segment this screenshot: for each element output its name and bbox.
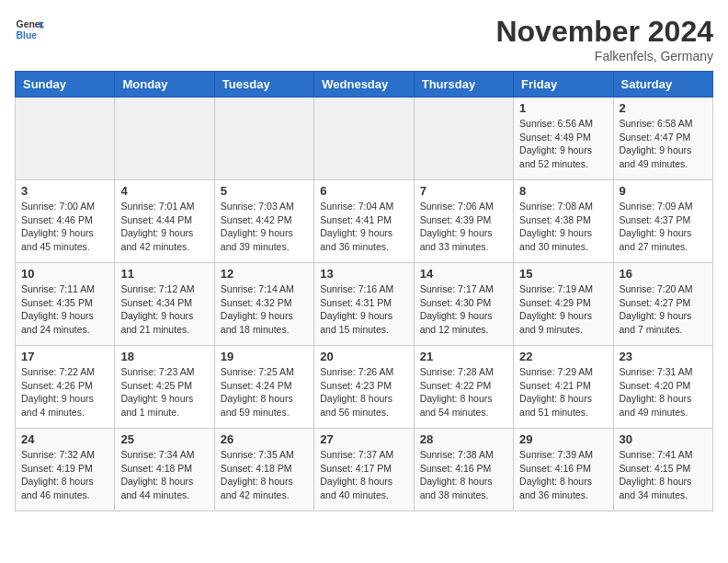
logo-icon: General Blue	[15, 15, 44, 44]
day-cell: 26Sunrise: 7:35 AM Sunset: 4:18 PM Dayli…	[214, 429, 313, 511]
day-number: 4	[120, 184, 208, 198]
day-cell	[214, 98, 313, 180]
day-number: 20	[320, 350, 407, 363]
day-cell: 19Sunrise: 7:25 AM Sunset: 4:24 PM Dayli…	[214, 346, 313, 429]
day-info: Sunrise: 7:31 AM Sunset: 4:20 PM Dayligh…	[620, 365, 707, 419]
title-area: November 2024 Falkenfels, Germany	[495, 15, 713, 63]
day-info: Sunrise: 7:04 AM Sunset: 4:41 PM Dayligh…	[320, 200, 407, 254]
day-info: Sunrise: 7:03 AM Sunset: 4:42 PM Dayligh…	[221, 200, 308, 254]
day-number: 27	[320, 432, 407, 446]
day-cell	[414, 98, 513, 180]
day-number: 19	[221, 350, 308, 363]
day-cell: 11Sunrise: 7:12 AM Sunset: 4:34 PM Dayli…	[115, 263, 214, 346]
day-info: Sunrise: 7:37 AM Sunset: 4:17 PM Dayligh…	[320, 448, 407, 502]
day-cell: 18Sunrise: 7:23 AM Sunset: 4:25 PM Dayli…	[115, 346, 214, 429]
day-number: 2	[620, 101, 707, 115]
day-number: 10	[21, 267, 108, 281]
day-info: Sunrise: 7:19 AM Sunset: 4:29 PM Dayligh…	[519, 282, 607, 337]
day-cell: 22Sunrise: 7:29 AM Sunset: 4:21 PM Dayli…	[514, 346, 613, 429]
day-info: Sunrise: 7:01 AM Sunset: 4:44 PM Dayligh…	[120, 200, 208, 254]
day-number: 28	[420, 432, 507, 446]
day-cell: 13Sunrise: 7:16 AM Sunset: 4:31 PM Dayli…	[314, 263, 414, 346]
day-info: Sunrise: 7:41 AM Sunset: 4:15 PM Dayligh…	[620, 448, 707, 502]
day-cell: 10Sunrise: 7:11 AM Sunset: 4:35 PM Dayli…	[16, 263, 115, 346]
day-number: 29	[519, 432, 607, 446]
header-saturday: Saturday	[613, 72, 712, 98]
day-cell: 23Sunrise: 7:31 AM Sunset: 4:20 PM Dayli…	[613, 346, 712, 429]
header-monday: Monday	[115, 72, 214, 98]
day-number: 5	[221, 184, 308, 198]
day-cell: 20Sunrise: 7:26 AM Sunset: 4:23 PM Dayli…	[314, 346, 414, 429]
day-info: Sunrise: 7:14 AM Sunset: 4:32 PM Dayligh…	[221, 282, 308, 337]
week-row-5: 24Sunrise: 7:32 AM Sunset: 4:19 PM Dayli…	[16, 429, 713, 511]
day-number: 12	[221, 267, 308, 281]
day-number: 23	[620, 350, 707, 363]
day-cell: 25Sunrise: 7:34 AM Sunset: 4:18 PM Dayli…	[115, 429, 214, 511]
week-row-3: 10Sunrise: 7:11 AM Sunset: 4:35 PM Dayli…	[16, 263, 713, 346]
day-info: Sunrise: 6:58 AM Sunset: 4:47 PM Dayligh…	[620, 117, 707, 171]
calendar-header-row: SundayMondayTuesdayWednesdayThursdayFrid…	[16, 72, 713, 98]
calendar-table: SundayMondayTuesdayWednesdayThursdayFrid…	[15, 71, 713, 511]
day-number: 3	[21, 184, 108, 198]
page-header: General Blue November 2024 Falkenfels, G…	[15, 15, 713, 63]
header-tuesday: Tuesday	[214, 72, 313, 98]
day-number: 16	[620, 267, 707, 281]
day-info: Sunrise: 7:22 AM Sunset: 4:26 PM Dayligh…	[21, 365, 108, 419]
day-number: 15	[519, 267, 607, 281]
day-cell: 17Sunrise: 7:22 AM Sunset: 4:26 PM Dayli…	[16, 346, 115, 429]
day-info: Sunrise: 7:08 AM Sunset: 4:38 PM Dayligh…	[519, 200, 607, 254]
day-cell: 29Sunrise: 7:39 AM Sunset: 4:16 PM Dayli…	[514, 429, 613, 511]
day-info: Sunrise: 7:28 AM Sunset: 4:22 PM Dayligh…	[420, 365, 507, 419]
day-cell: 4Sunrise: 7:01 AM Sunset: 4:44 PM Daylig…	[115, 180, 214, 263]
day-number: 18	[120, 350, 208, 363]
day-info: Sunrise: 7:25 AM Sunset: 4:24 PM Dayligh…	[221, 365, 308, 419]
day-info: Sunrise: 7:06 AM Sunset: 4:39 PM Dayligh…	[420, 200, 507, 254]
day-info: Sunrise: 7:32 AM Sunset: 4:19 PM Dayligh…	[21, 448, 108, 502]
day-cell: 7Sunrise: 7:06 AM Sunset: 4:39 PM Daylig…	[414, 180, 513, 263]
day-number: 1	[519, 101, 607, 115]
day-number: 6	[320, 184, 407, 198]
day-number: 22	[519, 350, 607, 363]
day-info: Sunrise: 7:38 AM Sunset: 4:16 PM Dayligh…	[420, 448, 507, 502]
day-cell: 15Sunrise: 7:19 AM Sunset: 4:29 PM Dayli…	[514, 263, 613, 346]
header-sunday: Sunday	[16, 72, 115, 98]
day-info: Sunrise: 6:56 AM Sunset: 4:49 PM Dayligh…	[519, 117, 607, 171]
day-number: 8	[519, 184, 607, 198]
day-cell: 27Sunrise: 7:37 AM Sunset: 4:17 PM Dayli…	[314, 429, 414, 511]
day-cell: 6Sunrise: 7:04 AM Sunset: 4:41 PM Daylig…	[314, 180, 414, 263]
day-cell	[314, 98, 414, 180]
day-number: 17	[21, 350, 108, 363]
day-cell: 16Sunrise: 7:20 AM Sunset: 4:27 PM Dayli…	[613, 263, 712, 346]
logo: General Blue	[15, 15, 44, 44]
day-cell: 24Sunrise: 7:32 AM Sunset: 4:19 PM Dayli…	[16, 429, 115, 511]
week-row-1: 1Sunrise: 6:56 AM Sunset: 4:49 PM Daylig…	[16, 98, 713, 180]
day-number: 7	[420, 184, 507, 198]
day-cell: 1Sunrise: 6:56 AM Sunset: 4:49 PM Daylig…	[514, 98, 613, 180]
day-cell: 12Sunrise: 7:14 AM Sunset: 4:32 PM Dayli…	[214, 263, 313, 346]
day-cell: 21Sunrise: 7:28 AM Sunset: 4:22 PM Dayli…	[414, 346, 513, 429]
day-cell: 30Sunrise: 7:41 AM Sunset: 4:15 PM Dayli…	[613, 429, 712, 511]
day-info: Sunrise: 7:09 AM Sunset: 4:37 PM Dayligh…	[620, 200, 707, 254]
month-title: November 2024	[495, 15, 713, 49]
day-info: Sunrise: 7:23 AM Sunset: 4:25 PM Dayligh…	[120, 365, 208, 419]
day-number: 25	[120, 432, 208, 446]
day-number: 14	[420, 267, 507, 281]
day-number: 11	[120, 267, 208, 281]
day-info: Sunrise: 7:17 AM Sunset: 4:30 PM Dayligh…	[420, 282, 507, 337]
day-info: Sunrise: 7:26 AM Sunset: 4:23 PM Dayligh…	[320, 365, 407, 419]
header-wednesday: Wednesday	[314, 72, 414, 98]
day-number: 9	[620, 184, 707, 198]
day-cell: 9Sunrise: 7:09 AM Sunset: 4:37 PM Daylig…	[613, 180, 712, 263]
day-number: 24	[21, 432, 108, 446]
day-info: Sunrise: 7:39 AM Sunset: 4:16 PM Dayligh…	[519, 448, 607, 502]
week-row-4: 17Sunrise: 7:22 AM Sunset: 4:26 PM Dayli…	[16, 346, 713, 429]
day-cell: 3Sunrise: 7:00 AM Sunset: 4:46 PM Daylig…	[16, 180, 115, 263]
day-cell	[115, 98, 214, 180]
day-info: Sunrise: 7:29 AM Sunset: 4:21 PM Dayligh…	[519, 365, 607, 419]
day-cell: 2Sunrise: 6:58 AM Sunset: 4:47 PM Daylig…	[613, 98, 712, 180]
day-number: 21	[420, 350, 507, 363]
day-info: Sunrise: 7:12 AM Sunset: 4:34 PM Dayligh…	[120, 282, 208, 337]
day-info: Sunrise: 7:35 AM Sunset: 4:18 PM Dayligh…	[221, 448, 308, 502]
day-number: 13	[320, 267, 407, 281]
day-info: Sunrise: 7:34 AM Sunset: 4:18 PM Dayligh…	[120, 448, 208, 502]
